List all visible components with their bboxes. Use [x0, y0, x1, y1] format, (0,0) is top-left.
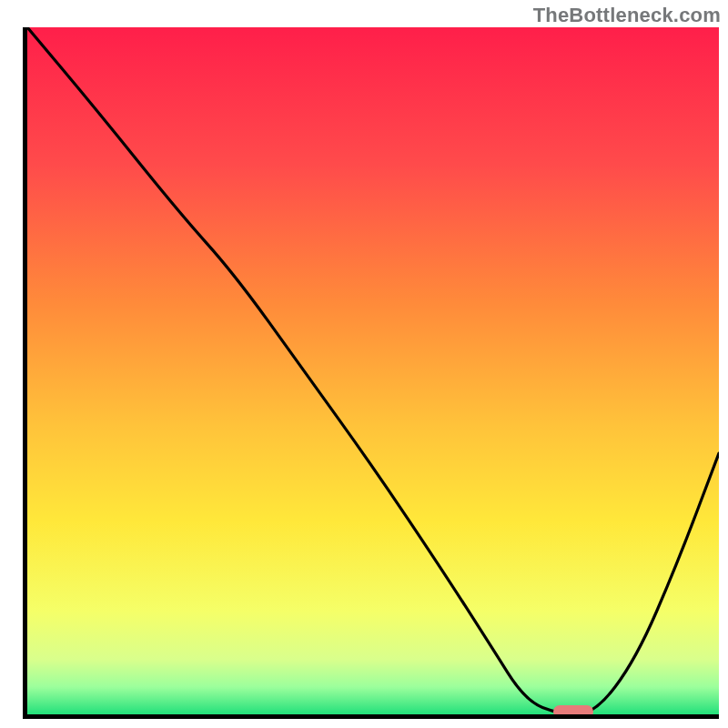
watermark-text: TheBottleneck.com: [533, 4, 721, 27]
plot-area: [23, 27, 719, 719]
curve-path: [27, 27, 719, 714]
bottleneck-curve: [27, 27, 719, 714]
optimal-point-marker: [553, 705, 593, 718]
chart-container: TheBottleneck.com: [0, 0, 728, 728]
